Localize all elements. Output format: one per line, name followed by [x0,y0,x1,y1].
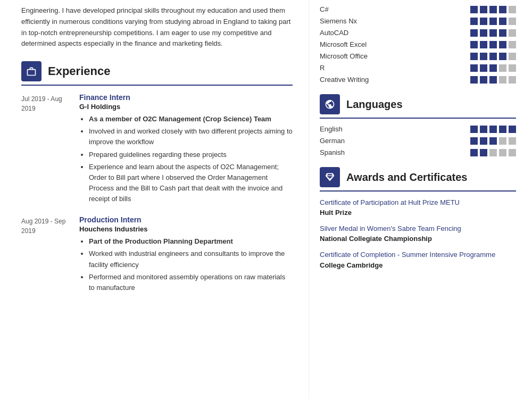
language-dot [489,137,497,145]
bullet-2-2: Performed and monitored assembly operati… [89,272,293,293]
skill-dot [480,18,487,25]
skill-dot [480,6,487,13]
languages-section: Languages EnglishGermanSpanish [320,94,516,156]
skill-dot [470,53,478,60]
language-dot [470,126,478,133]
languages-icon [320,94,340,114]
award-org: National Collegiate Championship [320,235,516,243]
skill-row: Microsoft Excel [320,40,516,48]
skill-dot [499,53,506,60]
skill-dot [499,76,506,84]
skill-dots [470,76,516,84]
skill-dot [489,76,497,84]
skill-row: C# [320,5,516,13]
languages-divider [320,118,516,119]
diamond-icon [325,172,335,182]
skill-dot [470,41,478,48]
intro-text: Engineering. I have developed principal … [21,5,293,49]
language-name: German [320,137,389,145]
skill-dot [480,41,487,48]
globe-icon [325,99,335,110]
bullet-1-0-text: As a member of O2C Management (Crop Scie… [89,115,271,123]
bullet-2-0-text: Part of the Production Planning Departme… [89,237,233,245]
skills-list: C#Siemens NxAutoCADMicrosoft ExcelMicros… [320,5,516,84]
skill-dot [509,6,516,13]
exp-content-1: Finance Intern G-I Holdings As a member … [79,93,293,206]
awards-title: Awards and Certificates [346,171,468,184]
language-dot [509,149,516,156]
left-column: Engineering. I have developed principal … [0,0,309,399]
bullet-1-0: As a member of O2C Management (Crop Scie… [89,114,293,124]
skill-row: Creative Writing [320,76,516,84]
award-title: Silver Medal in Women's Sabre Team Fenci… [320,224,516,234]
exp-date-1: Jul 2019 - Aug 2019 [21,94,72,206]
skill-dot [480,53,487,60]
awards-icon [320,167,340,187]
bullet-2-0: Part of the Production Planning Departme… [89,236,293,247]
experience-section-header: Experience [21,61,293,81]
language-dot [480,137,487,145]
languages-list: EnglishGermanSpanish [320,125,516,156]
language-dot [489,126,497,133]
experience-item-2: Aug 2019 - Sep 2019 Production Intern Ho… [21,215,293,295]
exp-bullets-1: As a member of O2C Management (Crop Scie… [79,114,293,204]
skill-row: Microsoft Office [320,52,516,60]
languages-header: Languages [320,94,516,114]
skill-dots [470,29,516,37]
experience-item-1: Jul 2019 - Aug 2019 Finance Intern G-I H… [21,93,293,206]
bullet-1-3: Experience and learn about the aspects o… [89,162,293,205]
language-name: English [320,125,389,133]
language-dot [509,126,516,133]
skill-dot [499,6,506,13]
skill-dot [489,41,497,48]
award-org: Hult Prize [320,209,516,217]
skill-dot [509,18,516,25]
skill-dot [489,6,497,13]
skill-dot [499,64,506,72]
skill-dots [470,18,516,25]
skill-dot [509,64,516,72]
exp-title-2: Production Intern [79,215,293,224]
skill-name: Microsoft Excel [320,40,389,48]
skill-name: Creative Writing [320,76,389,84]
skill-dot [480,29,487,37]
language-dots [470,137,516,145]
skill-name: AutoCAD [320,29,389,37]
award-item: Silver Medal in Women's Sabre Team Fenci… [320,224,516,243]
skill-dot [470,29,478,37]
skill-name: Microsoft Office [320,52,389,60]
skill-dots [470,6,516,13]
briefcase-icon [26,66,37,77]
skill-dot [499,41,506,48]
award-item: Certificate of Participation at Hult Pri… [320,198,516,217]
page-layout: Engineering. I have developed principal … [0,0,532,399]
experience-icon [21,61,41,81]
skill-dot [509,53,516,60]
right-column: C#Siemens NxAutoCADMicrosoft ExcelMicros… [309,0,532,399]
skill-dot [470,18,478,25]
skill-dot [480,64,487,72]
bullet-1-2: Prepared guidelines regarding these proj… [89,149,293,160]
language-dot [489,149,497,156]
exp-bullets-2: Part of the Production Planning Departme… [79,236,293,293]
experience-list: Jul 2019 - Aug 2019 Finance Intern G-I H… [21,93,293,295]
language-dot [470,137,478,145]
award-title: Certificate of Participation at Hult Pri… [320,198,516,207]
awards-header: Awards and Certificates [320,167,516,187]
skill-dot [489,53,497,60]
exp-content-2: Production Intern Houchens Industries Pa… [79,215,293,295]
award-title: Certificate of Completion - Summer Inten… [320,250,516,260]
bullet-2-1: Worked with industrial engineers and con… [89,248,293,270]
exp-company-1: G-I Holdings [79,103,293,111]
skill-dot [480,76,487,84]
awards-section: Awards and Certificates Certificate of P… [320,167,516,269]
language-dot [499,126,506,133]
skill-dot [509,29,516,37]
exp-company-2: Houchens Industries [79,225,293,233]
award-item: Certificate of Completion - Summer Inten… [320,250,516,269]
experience-title: Experience [48,64,110,78]
awards-divider [320,190,516,192]
language-dot [480,149,487,156]
skill-dot [489,64,497,72]
skill-dot [489,18,497,25]
